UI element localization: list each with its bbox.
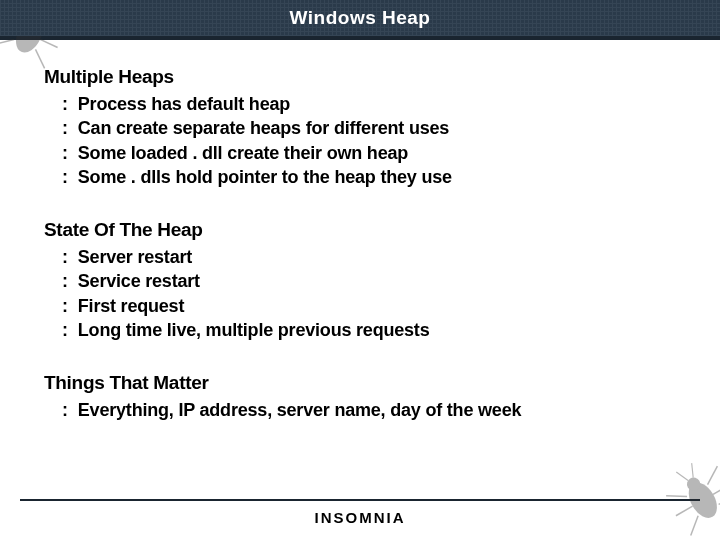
svg-line-13	[702, 466, 720, 484]
bullet-item: Long time live, multiple previous reques…	[62, 318, 680, 342]
slide-header: Windows Heap	[0, 0, 720, 36]
section-heading: State Of The Heap	[44, 219, 680, 241]
bullet-list: Process has default heap Can create sepa…	[44, 92, 680, 189]
bullet-list: Everything, IP address, server name, day…	[44, 398, 680, 422]
section: State Of The Heap Server restart Service…	[44, 219, 680, 342]
footer-divider	[20, 499, 700, 501]
bullet-item: Everything, IP address, server name, day…	[62, 398, 680, 422]
bullet-item: First request	[62, 294, 680, 318]
bullet-item: Process has default heap	[62, 92, 680, 116]
svg-line-16	[684, 516, 705, 536]
bullet-item: Can create separate heaps for different …	[62, 116, 680, 140]
section-heading: Things That Matter	[44, 372, 680, 394]
svg-line-7	[30, 49, 50, 68]
bullet-item: Service restart	[62, 269, 680, 293]
section: Things That Matter Everything, IP addres…	[44, 372, 680, 422]
bullet-item: Server restart	[62, 245, 680, 269]
svg-line-19	[687, 463, 699, 477]
svg-line-12	[666, 487, 687, 505]
bullet-list: Server restart Service restart First req…	[44, 245, 680, 342]
section: Multiple Heaps Process has default heap …	[44, 66, 680, 189]
section-heading: Multiple Heaps	[44, 66, 680, 88]
slide-content: Multiple Heaps Process has default heap …	[0, 40, 720, 463]
brand-label: INSOMNIA	[0, 509, 720, 526]
svg-line-14	[676, 506, 693, 516]
svg-line-18	[676, 469, 688, 483]
slide-footer: INSOMNIA	[0, 499, 720, 526]
bullet-item: Some . dlls hold pointer to the heap the…	[62, 165, 680, 189]
slide-title: Windows Heap	[290, 7, 431, 29]
svg-line-15	[713, 485, 720, 495]
bullet-item: Some loaded . dll create their own heap	[62, 141, 680, 165]
svg-line-5	[40, 39, 57, 47]
